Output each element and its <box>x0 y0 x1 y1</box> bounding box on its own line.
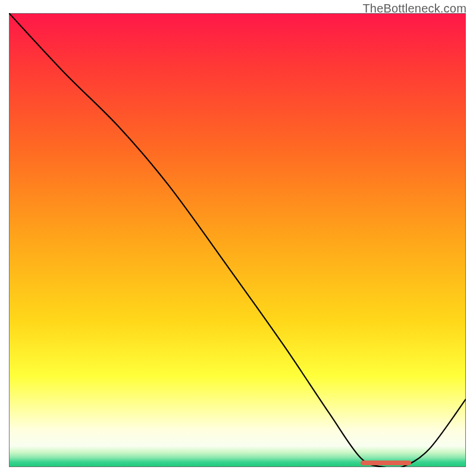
optimal-range-marker <box>361 461 411 465</box>
chart-gradient-background <box>9 13 466 467</box>
chart-stage: TheBottleneck.com <box>0 0 476 476</box>
